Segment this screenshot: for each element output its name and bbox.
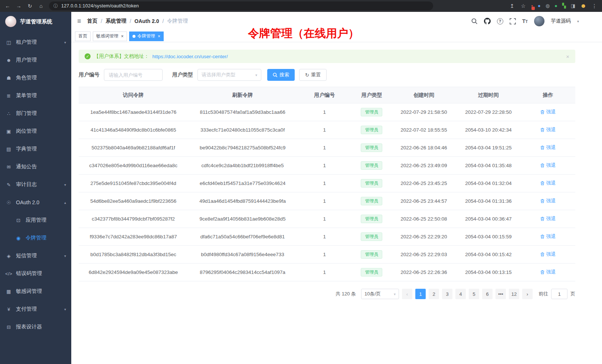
user-id-input[interactable] xyxy=(104,69,163,81)
trash-icon xyxy=(540,216,545,221)
page-tab[interactable]: 敏感词管理 × xyxy=(93,32,127,41)
force-logout-button[interactable]: 强退 xyxy=(540,180,556,186)
sidebar-item[interactable]: ◈ 短信管理 ▾ xyxy=(0,247,71,265)
extension-icon[interactable]: ▪ xyxy=(531,0,533,12)
fullscreen-icon[interactable] xyxy=(510,18,516,24)
menu-item-label: 字典管理 xyxy=(16,146,37,152)
user-type-cell: 管理员 xyxy=(352,192,392,210)
browser-menu-icon[interactable]: ⋮ xyxy=(591,0,598,12)
sidebar-item[interactable]: ▣ 岗位管理 xyxy=(0,122,71,140)
action-cell: 强退 xyxy=(521,139,575,157)
extension-icon[interactable]: ◍ xyxy=(546,0,550,12)
page-tab[interactable]: 令牌管理 × xyxy=(129,32,164,41)
sidebar-item[interactable]: ☗ 角色管理 xyxy=(0,69,71,87)
github-icon[interactable] xyxy=(484,18,491,24)
page-number-button[interactable]: 4 xyxy=(455,289,466,299)
force-logout-button[interactable]: 强退 xyxy=(540,269,556,275)
sidebar-item[interactable]: ▤ 字典管理 xyxy=(0,140,71,158)
sidebar-menu: ◫ 租户管理 ▾ ☻ 用户管理 ☗ 角色管理 ≣ 菜单管理 ∴ xyxy=(0,31,71,364)
user-id-cell: 1 xyxy=(297,210,352,228)
force-logout-button[interactable]: 强退 xyxy=(540,109,556,115)
page-number-button[interactable]: 3 xyxy=(442,289,452,299)
breadcrumb-item[interactable]: / 系统管理 xyxy=(98,18,127,24)
reset-button[interactable]: ↻ 重置 xyxy=(299,69,327,81)
extension-icon[interactable]: ▚ xyxy=(562,0,566,12)
sidebar-item[interactable]: ☻ 用户管理 xyxy=(0,51,71,69)
user-type-tag: 管理员 xyxy=(361,197,382,205)
menu-item-label: 部门管理 xyxy=(16,110,37,117)
create-time-cell: 2022-06-26 18:04:46 xyxy=(392,139,456,157)
force-logout-button[interactable]: 强退 xyxy=(540,251,556,258)
sidebar-item[interactable]: ◫ 租户管理 ▾ xyxy=(0,33,71,51)
chevron-icon: ▾ xyxy=(64,254,66,258)
tab-close-icon[interactable]: × xyxy=(158,34,160,39)
help-icon[interactable]: ? xyxy=(497,18,503,24)
page-number-button[interactable]: 1 xyxy=(415,289,426,299)
user-menu-caret-icon[interactable]: ▾ xyxy=(577,19,579,23)
search-button[interactable]: 搜索 xyxy=(267,69,295,81)
sidebar-toggle-icon[interactable]: ≡ xyxy=(77,17,81,25)
force-logout-button[interactable]: 强退 xyxy=(540,215,556,222)
doc-alert: ✓ 【用户体系】文档地址： https://doc.iocoder.cn/use… xyxy=(79,50,575,63)
sidebar-item[interactable]: ≣ 菜单管理 xyxy=(0,87,71,105)
page-number-button[interactable]: 2 xyxy=(429,289,439,299)
browser-actions: ↥ ☆ ▪ ● ◍ ● ▚ ◨ ☻ ⋮ xyxy=(509,0,598,12)
extension-icon[interactable]: ● xyxy=(554,0,557,12)
bookmark-star-icon[interactable]: ☆ xyxy=(520,0,526,12)
forward-icon[interactable]: → xyxy=(16,0,22,12)
user-type-select[interactable]: 请选择用户类型 ▾ xyxy=(197,69,261,81)
doc-link[interactable]: https://doc.iocoder.cn/user-center/ xyxy=(153,54,228,59)
sidebar-item[interactable]: ☉ OAuth 2.0 ▴ xyxy=(0,193,71,211)
force-logout-button[interactable]: 强退 xyxy=(540,198,556,204)
access-token-cell: 502375b8040a469a9b82188afdf6af1f xyxy=(79,139,188,157)
sidebar-item[interactable]: ✉ 通知公告 xyxy=(0,158,71,176)
goto-page-input[interactable] xyxy=(551,289,567,299)
user-type-cell: 管理员 xyxy=(352,103,392,121)
home-icon[interactable]: ⌂ xyxy=(38,0,44,12)
search-icon[interactable] xyxy=(471,18,478,24)
font-size-icon[interactable]: TT xyxy=(522,18,528,24)
page-size-select[interactable]: 10条/页 ▾ xyxy=(361,289,399,299)
browser-profile-avatar[interactable]: ☻ xyxy=(580,3,586,9)
extension-icon[interactable]: ◨ xyxy=(571,0,575,12)
force-logout-button[interactable]: 强退 xyxy=(540,162,556,169)
sidebar-item[interactable]: </> 错误码管理 xyxy=(0,265,71,282)
alert-close-icon[interactable]: × xyxy=(566,53,569,60)
breadcrumb-item[interactable]: / OAuth 2.0 xyxy=(126,18,159,24)
page-number-button[interactable]: 12 xyxy=(509,289,519,299)
sidebar-item[interactable]: ▦ 敏感词管理 xyxy=(0,282,71,300)
user-type-cell: 管理员 xyxy=(352,121,392,139)
search-button-icon xyxy=(273,73,278,77)
extension-icon[interactable]: ● xyxy=(538,0,541,12)
force-logout-button[interactable]: 强退 xyxy=(540,233,556,240)
prev-page-button[interactable]: ‹ xyxy=(402,289,412,299)
address-bar[interactable]: ⓘ 127.0.0.1:1024/system/oauth2/token xyxy=(49,1,433,10)
sidebar-item[interactable]: ✎ 审计日志 ▾ xyxy=(0,176,71,193)
access-token-cell: c342377bf8b344799dcbf7bf095287f2 xyxy=(79,210,188,228)
reload-icon[interactable]: ↻ xyxy=(27,0,33,12)
chevron-icon: ▾ xyxy=(64,40,66,44)
page-number-button[interactable]: 5 xyxy=(469,289,479,299)
page-number-button[interactable]: ••• xyxy=(495,289,506,299)
breadcrumb-item[interactable]: 首页 xyxy=(87,18,98,24)
user-type-tag: 管理员 xyxy=(361,232,382,241)
sidebar-item[interactable]: ∴ 部门管理 xyxy=(0,105,71,122)
sidebar-item[interactable]: ⊡ 应用管理 xyxy=(0,211,71,229)
breadcrumb-item[interactable]: / 令牌管理 xyxy=(159,18,188,24)
app-logo[interactable]: 芋道管理系统 xyxy=(0,12,71,31)
sidebar-item[interactable]: ¥ 支付管理 ▾ xyxy=(0,300,71,318)
extension-glyph: ◨ xyxy=(571,3,575,9)
force-logout-button[interactable]: 强退 xyxy=(540,126,556,133)
page-number-button[interactable]: 6 xyxy=(482,289,493,299)
sidebar-item[interactable]: ⊟ 报表设计器 xyxy=(0,318,71,336)
username[interactable]: 芋道源码 xyxy=(551,18,571,24)
sidebar-item[interactable]: ◉ 令牌管理 xyxy=(0,229,71,247)
user-avatar[interactable] xyxy=(534,16,544,26)
next-page-button[interactable]: › xyxy=(522,289,533,299)
force-logout-button[interactable]: 强退 xyxy=(540,144,556,151)
share-icon[interactable]: ↥ xyxy=(509,0,515,12)
tab-close-icon[interactable]: × xyxy=(121,34,124,39)
page-tab[interactable]: 首页 xyxy=(75,32,91,41)
site-info-icon[interactable]: ⓘ xyxy=(53,3,58,9)
back-icon[interactable]: ← xyxy=(4,0,11,12)
